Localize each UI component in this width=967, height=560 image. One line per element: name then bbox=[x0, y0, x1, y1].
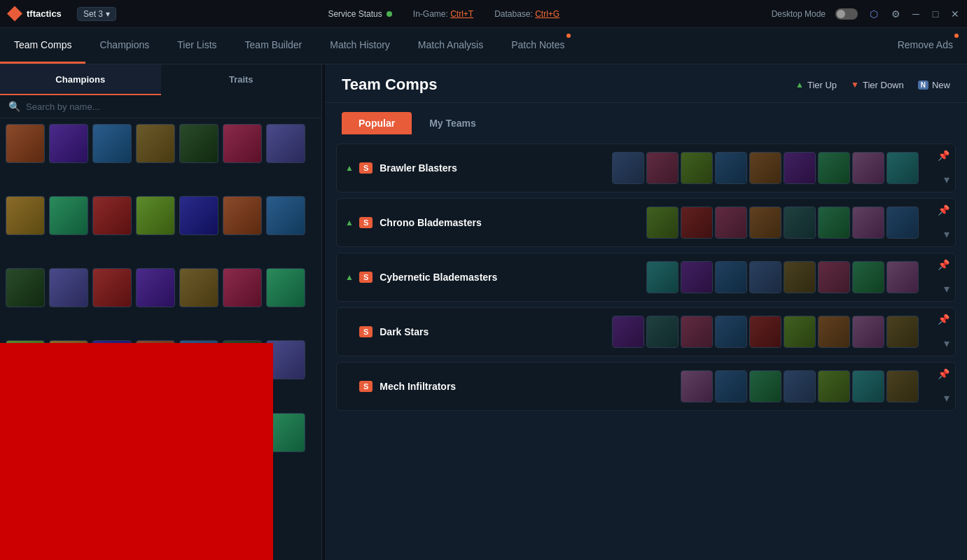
nav-item-patch-notes[interactable]: Patch Notes bbox=[497, 28, 578, 64]
expand-button[interactable]: ▾ bbox=[944, 227, 949, 241]
ad-content bbox=[0, 343, 273, 560]
search-input[interactable] bbox=[26, 102, 313, 112]
comp-champ bbox=[852, 152, 884, 184]
comp-champ bbox=[818, 206, 850, 239]
comp-champ bbox=[749, 370, 781, 402]
champion-cell[interactable] bbox=[136, 124, 175, 163]
comp-champ bbox=[646, 152, 679, 184]
left-tabs: Champions Traits bbox=[0, 64, 321, 95]
comp-champ bbox=[715, 152, 747, 184]
champion-cell[interactable] bbox=[266, 196, 305, 235]
champion-cell[interactable] bbox=[49, 196, 88, 235]
comp-champ bbox=[681, 261, 713, 293]
champion-cell[interactable] bbox=[179, 124, 218, 163]
comp-row-chrono-blademasters[interactable]: ▲ S Chrono Blademasters 📌 ▾ bbox=[336, 198, 956, 247]
nav-item-remove-ads[interactable]: Remove Ads bbox=[884, 28, 967, 64]
nav-spacer bbox=[579, 28, 884, 64]
comp-row-dark-stars[interactable]: ▲ S Dark Stars 📌 ▾ bbox=[336, 307, 956, 356]
discord-icon[interactable]: ⬡ bbox=[868, 8, 880, 20]
comp-champions bbox=[506, 152, 919, 184]
comp-champions bbox=[506, 316, 919, 348]
champion-cell[interactable] bbox=[223, 196, 262, 235]
nav-item-match-history[interactable]: Match History bbox=[316, 28, 404, 64]
ingame-shortcut-key[interactable]: Ctrl+T bbox=[450, 9, 473, 19]
expand-button[interactable]: ▾ bbox=[944, 282, 949, 295]
service-status: Service Status bbox=[328, 9, 391, 19]
tier-up-label: Tier Up bbox=[807, 80, 837, 90]
pin-button[interactable]: 📌 bbox=[938, 314, 949, 325]
champion-cell[interactable] bbox=[266, 268, 305, 307]
comp-champ bbox=[818, 152, 850, 184]
logo-text: tftactics bbox=[27, 8, 62, 19]
champion-cell[interactable] bbox=[223, 268, 262, 307]
champion-cell[interactable] bbox=[223, 124, 262, 163]
minimize-button[interactable]: ─ bbox=[911, 9, 921, 19]
champion-cell[interactable] bbox=[92, 124, 132, 163]
comp-row-mech-infiltrators[interactable]: ▲ S Mech Infiltrators 📌 ▾ bbox=[336, 362, 956, 411]
expand-button[interactable]: ▾ bbox=[944, 391, 949, 405]
nav-item-champions[interactable]: Champions bbox=[85, 28, 163, 64]
service-status-label: Service Status bbox=[328, 9, 382, 19]
champion-cell[interactable] bbox=[6, 268, 45, 307]
tab-champions[interactable]: Champions bbox=[0, 64, 161, 95]
tier-down-badge[interactable]: ▼ Tier Down bbox=[851, 80, 904, 90]
right-panel: Team Comps ▲ Tier Up ▼ Tier Down N New P… bbox=[325, 64, 967, 560]
tab-my-teams[interactable]: My Teams bbox=[412, 111, 494, 135]
maximize-button[interactable]: □ bbox=[931, 9, 940, 19]
comp-champ bbox=[886, 370, 919, 402]
champion-cell[interactable] bbox=[136, 196, 175, 235]
comp-row-brawler-blasters[interactable]: ▲ S Brawler Blasters 📌 ▾ bbox=[336, 144, 956, 192]
database-label: Database: bbox=[494, 9, 533, 19]
status-dot bbox=[387, 11, 392, 17]
set-badge[interactable]: Set 3 ▾ bbox=[77, 7, 116, 21]
comp-champ bbox=[681, 152, 713, 184]
comp-champ bbox=[784, 152, 816, 184]
expand-button[interactable]: ▾ bbox=[944, 173, 949, 186]
nav-item-match-analysis[interactable]: Match Analysis bbox=[404, 28, 497, 64]
comp-row-cybernetic-blademasters[interactable]: ▲ S Cybernetic Blademasters 📌 ▾ bbox=[336, 253, 956, 302]
pin-button[interactable]: 📌 bbox=[938, 259, 949, 270]
comp-champ bbox=[749, 206, 781, 239]
comp-champ bbox=[886, 261, 919, 293]
comp-champions bbox=[506, 261, 919, 293]
remove-ads-dot bbox=[954, 34, 959, 38]
nav-item-tier-lists[interactable]: Tier Lists bbox=[163, 28, 230, 64]
nav-item-team-comps[interactable]: Team Comps bbox=[0, 28, 85, 64]
champion-cell[interactable] bbox=[92, 268, 132, 307]
champion-cell[interactable] bbox=[6, 196, 45, 235]
champion-cell[interactable] bbox=[179, 196, 218, 235]
comp-champ bbox=[681, 316, 713, 348]
champion-cell[interactable] bbox=[179, 268, 218, 307]
database-shortcut-key[interactable]: Ctrl+G bbox=[535, 9, 559, 19]
tab-popular[interactable]: Popular bbox=[342, 112, 412, 134]
nav-bar: Team Comps Champions Tier Lists Team Bui… bbox=[0, 28, 967, 64]
desktop-mode-toggle[interactable] bbox=[835, 8, 858, 20]
tier-up-indicator: ▲ bbox=[345, 218, 354, 227]
champion-cell[interactable] bbox=[49, 124, 88, 163]
champion-cell[interactable] bbox=[6, 124, 45, 163]
champion-cell[interactable] bbox=[92, 196, 132, 235]
title-center: Service Status In-Game: Ctrl+T Database:… bbox=[123, 9, 765, 19]
champion-cell[interactable] bbox=[49, 268, 88, 307]
close-button[interactable]: ✕ bbox=[950, 9, 960, 19]
pin-button[interactable]: 📌 bbox=[938, 150, 949, 161]
expand-button[interactable]: ▾ bbox=[944, 337, 949, 350]
champion-cell[interactable] bbox=[136, 268, 175, 307]
comp-champ bbox=[715, 261, 747, 293]
tier-up-badge[interactable]: ▲ Tier Up bbox=[795, 80, 837, 90]
settings-icon[interactable]: ⚙ bbox=[890, 8, 901, 20]
comp-champions bbox=[506, 206, 919, 239]
title-right: Desktop Mode ⬡ ⚙ ─ □ ✕ bbox=[772, 8, 960, 20]
pin-button[interactable]: 📌 bbox=[938, 204, 949, 216]
champion-cell[interactable] bbox=[266, 124, 305, 163]
left-panel: Champions Traits 🔍 bbox=[0, 64, 322, 560]
new-badge[interactable]: N New bbox=[918, 80, 950, 90]
page-title: Team Comps bbox=[342, 76, 438, 94]
tab-traits[interactable]: Traits bbox=[161, 64, 322, 95]
comp-champ bbox=[886, 206, 919, 239]
comp-champ bbox=[612, 152, 644, 184]
pin-button[interactable]: 📌 bbox=[938, 368, 949, 379]
set-chevron: ▾ bbox=[106, 9, 110, 19]
comp-name: Chrono Blademasters bbox=[380, 217, 506, 228]
nav-item-team-builder[interactable]: Team Builder bbox=[231, 28, 316, 64]
